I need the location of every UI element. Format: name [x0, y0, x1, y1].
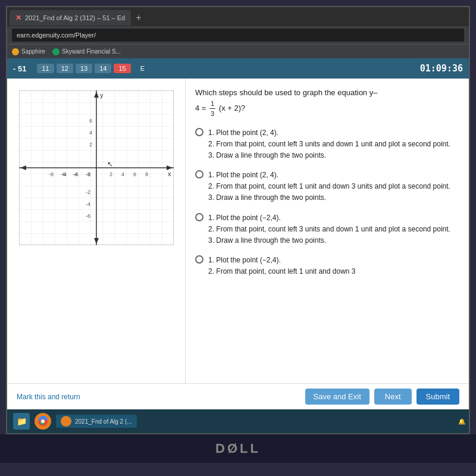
- taskbar-app-icon: [61, 416, 71, 427]
- svg-text:6: 6: [89, 118, 92, 124]
- question-part1: Which steps should be used to graph the …: [195, 88, 377, 97]
- option-2-step3: 3. Draw a line through the two points.: [208, 192, 450, 203]
- mark-return-link[interactable]: Mark this and return: [17, 393, 80, 401]
- timer-display: 01:09:36: [420, 63, 463, 74]
- submit-button[interactable]: Submit: [416, 389, 459, 405]
- option-3-text: 1. Plot the point (−2,4). 2. From that p…: [208, 212, 450, 247]
- radio-option-4[interactable]: [195, 255, 203, 264]
- option-3-step1: 1. Plot the point (−2,4).: [208, 212, 450, 224]
- taskbar-file-icon[interactable]: 📁: [13, 413, 30, 430]
- screen: ✕ 2021_Fnd of Alg 2 (312) – 51 – Ed + Sa…: [6, 6, 470, 434]
- option-4-step1: 1. Plot the point (−2,4).: [208, 255, 355, 266]
- bookmark-sapphire-label: Sapphire: [21, 48, 45, 55]
- svg-text:-4: -4: [86, 201, 90, 207]
- next-button[interactable]: Next: [374, 389, 412, 405]
- option-4-step2: 2. From that point, count left 1 unit an…: [208, 266, 355, 277]
- svg-text:-6: -6: [86, 213, 90, 219]
- bottom-bar: Mark this and return Save and Exit Next …: [7, 383, 469, 409]
- taskbar-right: 🔔: [458, 418, 465, 425]
- nav-buttons: 11 12 13 14 15: [37, 64, 130, 73]
- nav-btn-14[interactable]: 14: [95, 64, 111, 73]
- question-text: Which steps should be used to graph the …: [195, 87, 459, 119]
- tab-title: 2021_Fnd of Alg 2 (312) – 51 – Ed: [25, 14, 125, 21]
- tab-close-x: ✕: [15, 14, 21, 22]
- bookmark-sapphire-icon: [12, 48, 19, 55]
- fraction-numerator: 1: [209, 99, 215, 109]
- nav-btn-15[interactable]: 15: [114, 64, 130, 73]
- address-bar-row: [7, 26, 469, 44]
- svg-text:4: 4: [89, 130, 92, 136]
- right-panel: Which steps should be used to graph the …: [186, 79, 469, 383]
- answer-option-1: 1. Plot the point (2, 4). 2. From that p…: [195, 127, 459, 162]
- monitor: ✕ 2021_Fnd of Alg 2 (312) – 51 – Ed + Sa…: [0, 0, 476, 476]
- option-1-step3: 3. Draw a line through the two points.: [208, 150, 450, 161]
- answer-option-3: 1. Plot the point (−2,4). 2. From that p…: [195, 212, 459, 247]
- bookmark-sapphire[interactable]: Sapphire: [12, 48, 45, 55]
- option-1-step1: 1. Plot the point (2, 4).: [208, 127, 450, 139]
- answer-option-4: 1. Plot the point (−2,4). 2. From that p…: [195, 255, 459, 277]
- taskbar-chrome-icon[interactable]: [35, 413, 51, 430]
- question-part3: (x + 2)?: [219, 104, 245, 112]
- bookmarks-bar: Sapphire Skyward Financial S...: [7, 44, 469, 58]
- nav-bar: - 51 11 12 13 14 15 E 01:09:36: [7, 58, 469, 79]
- option-3-step3: 3. Draw a line through the two points.: [208, 235, 450, 246]
- option-4-text: 1. Plot the point (−2,4). 2. From that p…: [208, 255, 355, 277]
- nav-btn-13[interactable]: 13: [76, 64, 92, 73]
- coordinate-graph: y x -8 -6 -4 -8 -6 -4 -2 2 4: [19, 90, 174, 245]
- svg-text:x: x: [168, 170, 171, 177]
- radio-option-2[interactable]: [195, 170, 203, 178]
- dell-logo: DØLL: [215, 441, 261, 456]
- bookmark-skyward-label: Skyward Financial S...: [62, 48, 121, 55]
- svg-text:-8: -8: [49, 171, 54, 177]
- svg-text:4: 4: [121, 171, 124, 177]
- svg-text:-6: -6: [61, 171, 65, 177]
- expand-button[interactable]: E: [140, 65, 145, 72]
- browser-tab[interactable]: ✕ 2021_Fnd of Alg 2 (312) – 51 – Ed: [10, 10, 131, 26]
- option-1-step2: 2. From that point, count left 3 units a…: [208, 139, 450, 150]
- option-2-step2: 2. From that point, count left 1 unit an…: [208, 181, 450, 192]
- svg-text:-2: -2: [86, 189, 90, 195]
- svg-point-29: [41, 419, 45, 423]
- taskbar: 📁 2021_Fnd of Alg 2 (... 🔔: [7, 409, 470, 433]
- svg-text:8: 8: [145, 171, 148, 177]
- left-panel: y x -8 -6 -4 -8 -6 -4 -2 2 4: [7, 79, 186, 383]
- svg-text:-4: -4: [73, 171, 77, 177]
- graph-container: y x -8 -6 -4 -8 -6 -4 -2 2 4: [19, 90, 174, 245]
- dell-area: DØLL: [0, 434, 476, 463]
- browser-chrome: ✕ 2021_Fnd of Alg 2 (312) – 51 – Ed + Sa…: [7, 7, 469, 58]
- answer-option-2: 1. Plot the point (2, 4). 2. From that p…: [195, 170, 459, 204]
- svg-text:↖: ↖: [107, 160, 113, 168]
- radio-option-1[interactable]: [195, 128, 203, 136]
- svg-text:6: 6: [133, 171, 136, 177]
- bookmark-skyward-icon: [52, 48, 60, 55]
- save-exit-button[interactable]: Save and Exit: [305, 389, 369, 405]
- taskbar-app-edgenuity[interactable]: 2021_Fnd of Alg 2 (...: [56, 415, 137, 428]
- option-2-step1: 1. Plot the point (2, 4).: [208, 170, 450, 181]
- address-bar[interactable]: [12, 29, 464, 42]
- radio-option-3[interactable]: [195, 213, 203, 221]
- svg-text:-2: -2: [86, 171, 90, 177]
- option-2-text: 1. Plot the point (2, 4). 2. From that p…: [208, 170, 450, 204]
- taskbar-app-label: 2021_Fnd of Alg 2 (...: [75, 418, 132, 425]
- question-part2: 4 =: [195, 104, 206, 112]
- nav-label: - 51: [13, 64, 26, 73]
- svg-text:y: y: [100, 92, 104, 99]
- new-tab-button[interactable]: +: [131, 12, 146, 23]
- option-1-text: 1. Plot the point (2, 4). 2. From that p…: [208, 127, 450, 162]
- bookmark-skyward[interactable]: Skyward Financial S...: [52, 48, 121, 55]
- main-content: y x -8 -6 -4 -8 -6 -4 -2 2 4: [7, 79, 469, 383]
- fraction: 1 3: [209, 99, 215, 119]
- nav-btn-12[interactable]: 12: [57, 64, 73, 73]
- svg-text:2: 2: [109, 171, 112, 177]
- svg-text:2: 2: [89, 142, 92, 148]
- tab-bar: ✕ 2021_Fnd of Alg 2 (312) – 51 – Ed +: [7, 7, 469, 26]
- fraction-denominator: 3: [209, 109, 215, 119]
- option-3-step2: 2. From that point, count left 3 units a…: [208, 224, 450, 235]
- nav-btn-11[interactable]: 11: [37, 64, 54, 73]
- bottom-buttons: Save and Exit Next Submit: [305, 389, 459, 405]
